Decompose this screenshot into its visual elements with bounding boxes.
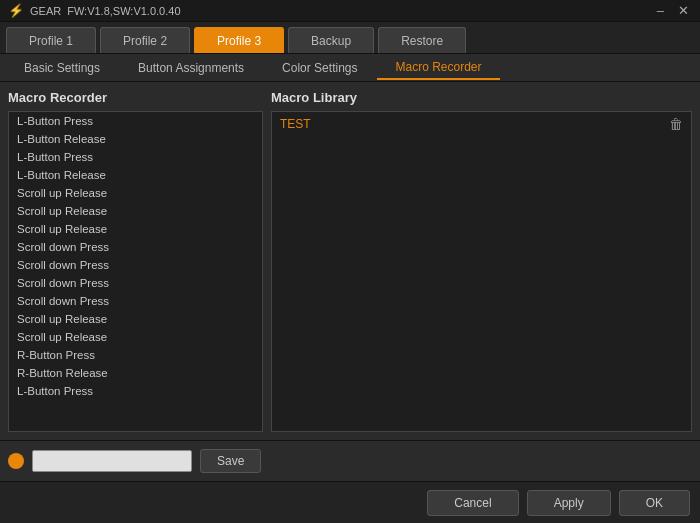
macro-recorder-list[interactable]: L-Button PressL-Button ReleaseL-Button P… bbox=[8, 111, 263, 432]
macro-recorder-panel: Macro Recorder L-Button PressL-Button Re… bbox=[8, 90, 263, 432]
macro-list-item[interactable]: Scroll up Release bbox=[9, 202, 262, 220]
macro-list-item[interactable]: R-Button Release bbox=[9, 364, 262, 382]
ok-button[interactable]: OK bbox=[619, 490, 690, 516]
recording-bar: Save bbox=[0, 440, 700, 481]
macro-library-panel: Macro Library TEST🗑 bbox=[271, 90, 692, 432]
cancel-button[interactable]: Cancel bbox=[427, 490, 518, 516]
library-item-name: TEST bbox=[280, 117, 311, 131]
macro-name-input[interactable] bbox=[32, 450, 192, 472]
minimize-button[interactable]: – bbox=[654, 4, 667, 17]
app-name: GEAR bbox=[30, 5, 61, 17]
tab-profile3[interactable]: Profile 3 bbox=[194, 27, 284, 53]
footer-bar: Cancel Apply OK bbox=[0, 481, 700, 523]
profile-tabs-bar: Profile 1 Profile 2 Profile 3 Backup Res… bbox=[0, 22, 700, 54]
macro-list-item[interactable]: L-Button Release bbox=[9, 130, 262, 148]
firmware-version: FW:V1.8,SW:V1.0.0.40 bbox=[67, 5, 180, 17]
tab-backup[interactable]: Backup bbox=[288, 27, 374, 53]
macro-list-item[interactable]: Scroll down Press bbox=[9, 256, 262, 274]
tab-button-assignments[interactable]: Button Assignments bbox=[120, 56, 262, 80]
title-bar-controls: – ✕ bbox=[654, 4, 692, 17]
macro-list-item[interactable]: Scroll down Press bbox=[9, 238, 262, 256]
macro-list-item[interactable]: Scroll up Release bbox=[9, 220, 262, 238]
macro-list-item[interactable]: L-Button Press bbox=[9, 112, 262, 130]
close-button[interactable]: ✕ bbox=[675, 4, 692, 17]
save-button[interactable]: Save bbox=[200, 449, 261, 473]
macro-library-title: Macro Library bbox=[271, 90, 692, 105]
record-indicator bbox=[8, 453, 24, 469]
tab-restore[interactable]: Restore bbox=[378, 27, 466, 53]
settings-tabs-bar: Basic Settings Button Assignments Color … bbox=[0, 54, 700, 82]
macro-list-item[interactable]: Scroll down Press bbox=[9, 274, 262, 292]
library-item-delete-icon[interactable]: 🗑 bbox=[669, 116, 683, 132]
title-bar: ⚡ GEAR FW:V1.8,SW:V1.0.0.40 – ✕ bbox=[0, 0, 700, 22]
macro-library-list[interactable]: TEST🗑 bbox=[271, 111, 692, 432]
macro-list-item[interactable]: Scroll up Release bbox=[9, 328, 262, 346]
macro-list-item[interactable]: L-Button Press bbox=[9, 382, 262, 400]
tab-macro-recorder[interactable]: Macro Recorder bbox=[377, 56, 499, 80]
macro-list-item[interactable]: L-Button Release bbox=[9, 166, 262, 184]
main-content: Macro Recorder L-Button PressL-Button Re… bbox=[0, 82, 700, 440]
macro-list-item[interactable]: Scroll down Press bbox=[9, 292, 262, 310]
apply-button[interactable]: Apply bbox=[527, 490, 611, 516]
tab-color-settings[interactable]: Color Settings bbox=[264, 56, 375, 80]
library-list-item[interactable]: TEST🗑 bbox=[272, 112, 691, 136]
tab-profile1[interactable]: Profile 1 bbox=[6, 27, 96, 53]
macro-list-item[interactable]: Scroll up Release bbox=[9, 310, 262, 328]
macro-list-item[interactable]: Scroll up Release bbox=[9, 184, 262, 202]
tab-basic-settings[interactable]: Basic Settings bbox=[6, 56, 118, 80]
macro-recorder-title: Macro Recorder bbox=[8, 90, 263, 105]
macro-list-item[interactable]: L-Button Press bbox=[9, 148, 262, 166]
tab-profile2[interactable]: Profile 2 bbox=[100, 27, 190, 53]
app-logo-icon: ⚡ bbox=[8, 3, 24, 18]
title-bar-left: ⚡ GEAR FW:V1.8,SW:V1.0.0.40 bbox=[8, 3, 181, 18]
macro-list-item[interactable]: R-Button Press bbox=[9, 346, 262, 364]
